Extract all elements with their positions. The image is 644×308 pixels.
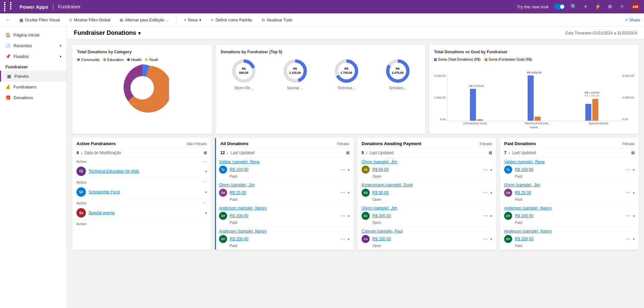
switch-view-button[interactable]: ⊞ Alternar para Exibição ... (118, 16, 171, 24)
awaiting-menu-2[interactable]: ⋯ (483, 190, 488, 195)
donation-item-4: Anderson (sample), Nancy D# R$ 200,00 ⋯ … (215, 227, 354, 250)
awaiting-donor-2[interactable]: Konersmann (sample), Scott (362, 183, 492, 187)
recents-icon: 🕐 (5, 43, 11, 48)
awaiting-menu-1[interactable]: ⋯ (483, 167, 488, 172)
donation-chevron-1[interactable]: ▾ (348, 168, 350, 172)
donor-name-3[interactable]: Anderson (sample), Nancy (219, 206, 350, 210)
help-icon[interactable]: ? (619, 3, 625, 10)
donations-awaiting-title: Donations Awaiting Payment (362, 141, 421, 146)
fundraiser-name-scholarship[interactable]: Scholarship Fund (89, 190, 120, 194)
settings-icon[interactable]: ⚙ (606, 3, 613, 10)
title-chevron-icon[interactable]: ▾ (138, 30, 141, 36)
donation-amount-2[interactable]: R$ 25,00 (230, 190, 246, 195)
search-icon[interactable]: 🔍 (570, 3, 577, 10)
donation-menu-1[interactable]: ⋯ (340, 167, 345, 172)
awaiting-sort-label[interactable]: Last Updated (370, 150, 393, 155)
switch-view-icon: ⊞ (120, 18, 123, 22)
sidebar-item-home[interactable]: 🏠 Página Inicial (0, 29, 67, 40)
donor-name-1[interactable]: Valdes (sample), Rene (219, 160, 350, 164)
paid-donor-1[interactable]: Valdes (sample), Rene (504, 160, 635, 164)
awaiting-amount-3[interactable]: R$ 200,00 (372, 213, 391, 218)
set-default-button[interactable]: ✓ Definir como Padrão (209, 16, 254, 24)
paid-menu-1[interactable]: ⋯ (626, 167, 630, 172)
awaiting-amount-2[interactable]: R$ 50,00 (372, 190, 389, 195)
paid-donor-2[interactable]: Glynn (sample), Jim (504, 183, 635, 187)
view-options-icon-3[interactable]: ⊞ (489, 150, 492, 155)
app-grid-icon[interactable] (4, 2, 15, 11)
sidebar-item-donations[interactable]: 🎁 Donations (0, 92, 67, 103)
view-options-icon[interactable]: ⊞ (204, 150, 207, 155)
user-avatar[interactable]: AM (631, 2, 640, 11)
donation-menu-2[interactable]: ⋯ (340, 190, 345, 195)
donation-amount-3[interactable]: R$ 200,00 (230, 213, 248, 218)
awaiting-donor-1[interactable]: Glynn (sample), Jim (362, 160, 492, 164)
awaiting-chevron-3[interactable]: ▾ (490, 214, 492, 218)
donation-chevron-3[interactable]: ▾ (348, 214, 350, 218)
paid-avatar-3: D# (504, 212, 512, 220)
try-new-look-toggle[interactable] (554, 4, 565, 9)
donation-amount-4[interactable]: R$ 200,00 (230, 237, 248, 241)
awaiting-menu-4[interactable]: ⋯ (483, 236, 488, 242)
paid-item-3: Anderson (sample), Nancy D# R$ 200,00 ⋯ … (500, 204, 639, 227)
paid-amount-1[interactable]: R$ 150,00 (515, 167, 533, 172)
back-button[interactable]: ← (4, 16, 12, 24)
active-sort-label[interactable]: Data de Modificação (85, 150, 121, 155)
paid-amount-4[interactable]: R$ 200,00 (515, 237, 533, 241)
paid-item-4: Anderson (sample), Nancy D# R$ 200,00 ⋯ … (500, 227, 639, 250)
paid-chevron-3[interactable]: ▾ (633, 214, 635, 218)
sidebar-item-panels[interactable]: ▦ Painéis (0, 71, 67, 81)
view-options-icon-4[interactable]: ⊞ (631, 150, 635, 155)
fundraiser-chevron-technical[interactable]: ▾ (205, 170, 207, 173)
paid-chevron-1[interactable]: ▾ (633, 168, 635, 172)
fundraiser-name-special[interactable]: Special events (89, 210, 115, 215)
fundraiser-name-technical[interactable]: Technical Education for Kids (89, 169, 139, 174)
bar-technical-goal (535, 117, 541, 121)
awaiting-donor-4[interactable]: Cannon (sample), Paul (362, 229, 492, 234)
awaiting-amount-1[interactable]: R$ 50,00 (372, 167, 389, 172)
paid-donations-card: Paid Donations Filtrado 7 ↓ Last Updated… (500, 138, 639, 250)
donation-chevron-2[interactable]: ▾ (348, 191, 350, 195)
fundraiser-chevron-special[interactable]: ▾ (205, 211, 207, 215)
sidebar-item-recents[interactable]: 🕐 Recentes ▾ (0, 40, 67, 51)
awaiting-chevron-1[interactable]: ▾ (490, 168, 492, 172)
awaiting-chevron-2[interactable]: ▾ (490, 191, 492, 195)
paid-chevron-4[interactable]: ▾ (633, 237, 635, 241)
donor-name-2[interactable]: Glynn (sample), Jim (219, 183, 350, 187)
paid-donor-4[interactable]: Anderson (sample), Nancy (504, 229, 635, 234)
awaiting-status-1: Open (362, 174, 492, 178)
filter-icon[interactable]: ⚡ (594, 3, 601, 10)
paid-amount-3[interactable]: R$ 200,00 (515, 213, 533, 218)
awaiting-menu-3[interactable]: ⋯ (483, 213, 488, 219)
paid-menu-3[interactable]: ⋯ (626, 213, 630, 219)
fundraiser-chevron-scholarship[interactable]: ▾ (205, 190, 207, 194)
refresh-button[interactable]: ↻ Atualizar Tudo (260, 16, 294, 24)
paid-menu-4[interactable]: ⋯ (626, 236, 630, 242)
topbar-right: Try the new look 🔍 + ⚡ ⚙ ? AM (517, 2, 640, 11)
new-button[interactable]: + Nova ▾ (182, 16, 203, 24)
donor-name-4[interactable]: Anderson (sample), Nancy (219, 229, 350, 234)
sidebar-item-fundraisers[interactable]: 💰 Fundraisers (0, 81, 67, 92)
add-icon[interactable]: + (582, 3, 589, 10)
awaiting-amount-4[interactable]: R$ 100,00 (372, 237, 391, 241)
sidebar-item-favorites[interactable]: 📌 Fixados ▾ (0, 51, 67, 62)
all-donations-sort-label[interactable]: Last Updated (230, 150, 254, 155)
awaiting-chevron-4[interactable]: ▾ (490, 237, 492, 241)
paid-menu-2[interactable]: ⋯ (626, 190, 630, 195)
item-menu-3[interactable]: ⋯ (203, 201, 207, 205)
awaiting-donor-3[interactable]: Glynn (sample), Jim (362, 206, 492, 210)
donation-menu-4[interactable]: ⋯ (340, 236, 345, 242)
donation-amount-1[interactable]: R$ 150,00 (230, 167, 248, 172)
paid-donor-3[interactable]: Anderson (sample), Nancy (504, 206, 635, 210)
paid-chevron-2[interactable]: ▾ (633, 191, 635, 195)
paid-sort-label[interactable]: Last Updated (512, 150, 536, 155)
donation-chevron-4[interactable]: ▾ (348, 237, 350, 241)
view-options-icon-2[interactable]: ⊞ (346, 150, 350, 155)
paid-amount-2[interactable]: R$ 25,00 (515, 190, 531, 195)
paid-item-1: Valdes (sample), Rene Ty R$ 150,00 ⋯ ▾ P… (500, 158, 639, 181)
donation-menu-3[interactable]: ⋯ (340, 213, 345, 219)
show-global-filter-button[interactable]: ▽ Mostrar Filtro Global (67, 16, 112, 24)
item-menu-2[interactable]: ⋯ (203, 180, 207, 185)
share-button[interactable]: ↗ Share (625, 18, 640, 22)
item-menu-1[interactable]: ⋯ (203, 160, 207, 164)
hide-visual-filter-button[interactable]: ▦ Ocultar Filtro Visual (17, 16, 62, 24)
